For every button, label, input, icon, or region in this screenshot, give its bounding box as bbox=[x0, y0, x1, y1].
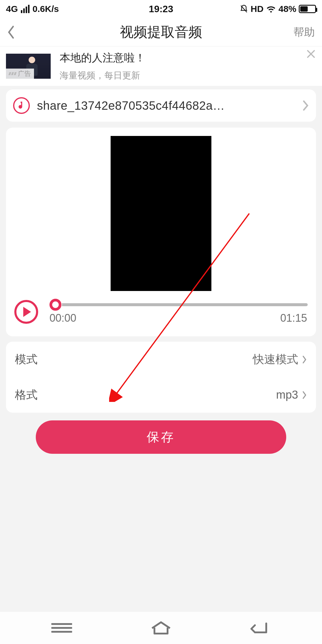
chevron-right-icon bbox=[302, 391, 307, 400]
battery-icon bbox=[299, 5, 316, 13]
settings-card: 模式 快速模式 格式 mp3 bbox=[6, 342, 316, 413]
ad-thumbnail: 广告 bbox=[6, 54, 51, 79]
mode-row[interactable]: 模式 快速模式 bbox=[6, 342, 316, 377]
save-button[interactable]: 保存 bbox=[36, 420, 286, 454]
mode-label: 模式 bbox=[15, 352, 38, 367]
mode-value: 快速模式 bbox=[253, 352, 298, 367]
format-row[interactable]: 格式 mp3 bbox=[6, 377, 316, 413]
chevron-right-icon bbox=[302, 355, 307, 364]
alarm-off-icon bbox=[239, 4, 248, 13]
video-preview[interactable] bbox=[111, 136, 211, 291]
help-link[interactable]: 帮助 bbox=[293, 25, 315, 39]
page-title: 视频提取音频 bbox=[120, 23, 202, 41]
back-button[interactable] bbox=[7, 25, 16, 39]
time-current: 00:00 bbox=[49, 312, 76, 324]
seek-knob[interactable] bbox=[49, 299, 61, 311]
format-value: mp3 bbox=[276, 388, 298, 401]
chevron-right-icon bbox=[302, 100, 309, 111]
preview-card: 00:00 01:15 bbox=[6, 128, 316, 336]
play-button[interactable] bbox=[14, 300, 38, 324]
source-file-row[interactable]: share_13742e870535c4f44682a… bbox=[6, 89, 316, 122]
format-label: 格式 bbox=[15, 387, 38, 402]
network-speed: 0.6K/s bbox=[32, 4, 59, 14]
file-name: share_13742e870535c4f44682a… bbox=[37, 99, 295, 112]
hd-indicator: HD bbox=[251, 4, 264, 14]
clock: 19:23 bbox=[149, 4, 173, 15]
ad-title: 本地的人注意啦！ bbox=[60, 51, 316, 65]
ad-subtitle: 海量视频，每日更新 bbox=[60, 69, 316, 82]
music-note-icon bbox=[13, 97, 30, 114]
system-nav-bar bbox=[0, 612, 322, 644]
nav-recent-button[interactable] bbox=[47, 621, 77, 635]
play-icon bbox=[23, 307, 31, 317]
wifi-icon bbox=[266, 5, 276, 13]
signal-bars-icon bbox=[21, 5, 30, 13]
ad-banner[interactable]: 广告 本地的人注意啦！ 海量视频，每日更新 bbox=[0, 46, 322, 86]
network-type: 4G bbox=[6, 4, 18, 14]
time-total: 01:15 bbox=[280, 312, 307, 324]
battery-percent: 48% bbox=[278, 4, 296, 14]
ad-close-button[interactable] bbox=[305, 48, 317, 60]
ad-badge: 广告 bbox=[6, 69, 34, 79]
seek-slider[interactable] bbox=[49, 299, 308, 310]
nav-home-button[interactable] bbox=[146, 620, 176, 635]
nav-back-button[interactable] bbox=[245, 620, 275, 635]
status-bar: 4G 0.6K/s 19:23 HD 48% bbox=[0, 0, 322, 18]
app-header: 视频提取音频 帮助 bbox=[0, 18, 322, 46]
